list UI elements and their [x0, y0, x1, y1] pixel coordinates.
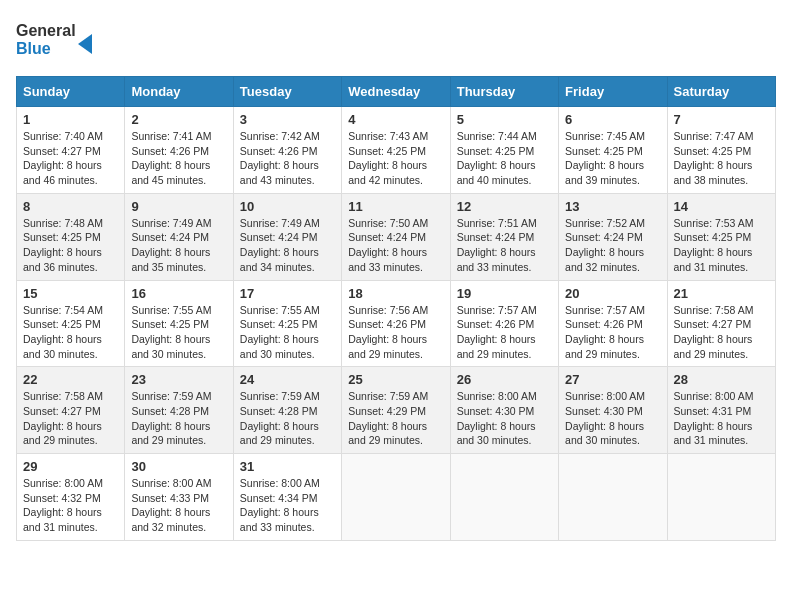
- day-info: Sunrise: 7:49 AM Sunset: 4:24 PM Dayligh…: [240, 216, 335, 275]
- day-number: 5: [457, 112, 552, 127]
- day-info: Sunrise: 7:55 AM Sunset: 4:25 PM Dayligh…: [240, 303, 335, 362]
- day-info: Sunrise: 7:57 AM Sunset: 4:26 PM Dayligh…: [565, 303, 660, 362]
- day-cell: 22 Sunrise: 7:58 AM Sunset: 4:27 PM Dayl…: [17, 367, 125, 454]
- day-header-sunday: Sunday: [17, 77, 125, 107]
- week-row-4: 22 Sunrise: 7:58 AM Sunset: 4:27 PM Dayl…: [17, 367, 776, 454]
- day-number: 11: [348, 199, 443, 214]
- day-number: 29: [23, 459, 118, 474]
- day-number: 7: [674, 112, 769, 127]
- day-info: Sunrise: 7:56 AM Sunset: 4:26 PM Dayligh…: [348, 303, 443, 362]
- day-cell: 5 Sunrise: 7:44 AM Sunset: 4:25 PM Dayli…: [450, 107, 558, 194]
- day-number: 19: [457, 286, 552, 301]
- day-number: 30: [131, 459, 226, 474]
- day-info: Sunrise: 7:41 AM Sunset: 4:26 PM Dayligh…: [131, 129, 226, 188]
- day-number: 8: [23, 199, 118, 214]
- header: General Blue: [16, 16, 776, 64]
- svg-text:Blue: Blue: [16, 40, 51, 57]
- svg-text:General: General: [16, 22, 76, 39]
- day-number: 13: [565, 199, 660, 214]
- week-row-2: 8 Sunrise: 7:48 AM Sunset: 4:25 PM Dayli…: [17, 193, 776, 280]
- day-info: Sunrise: 7:40 AM Sunset: 4:27 PM Dayligh…: [23, 129, 118, 188]
- svg-marker-2: [78, 34, 92, 54]
- day-cell: 13 Sunrise: 7:52 AM Sunset: 4:24 PM Dayl…: [559, 193, 667, 280]
- week-row-1: 1 Sunrise: 7:40 AM Sunset: 4:27 PM Dayli…: [17, 107, 776, 194]
- day-info: Sunrise: 7:44 AM Sunset: 4:25 PM Dayligh…: [457, 129, 552, 188]
- day-info: Sunrise: 7:58 AM Sunset: 4:27 PM Dayligh…: [674, 303, 769, 362]
- day-info: Sunrise: 7:59 AM Sunset: 4:29 PM Dayligh…: [348, 389, 443, 448]
- day-number: 23: [131, 372, 226, 387]
- week-row-5: 29 Sunrise: 8:00 AM Sunset: 4:32 PM Dayl…: [17, 454, 776, 541]
- day-info: Sunrise: 8:00 AM Sunset: 4:31 PM Dayligh…: [674, 389, 769, 448]
- week-row-3: 15 Sunrise: 7:54 AM Sunset: 4:25 PM Dayl…: [17, 280, 776, 367]
- day-cell: 11 Sunrise: 7:50 AM Sunset: 4:24 PM Dayl…: [342, 193, 450, 280]
- day-number: 22: [23, 372, 118, 387]
- day-header-saturday: Saturday: [667, 77, 775, 107]
- logo: General Blue: [16, 16, 96, 64]
- day-info: Sunrise: 7:43 AM Sunset: 4:25 PM Dayligh…: [348, 129, 443, 188]
- day-number: 16: [131, 286, 226, 301]
- day-number: 21: [674, 286, 769, 301]
- day-info: Sunrise: 8:00 AM Sunset: 4:32 PM Dayligh…: [23, 476, 118, 535]
- day-number: 17: [240, 286, 335, 301]
- day-info: Sunrise: 7:54 AM Sunset: 4:25 PM Dayligh…: [23, 303, 118, 362]
- day-number: 18: [348, 286, 443, 301]
- day-number: 26: [457, 372, 552, 387]
- day-cell: 10 Sunrise: 7:49 AM Sunset: 4:24 PM Dayl…: [233, 193, 341, 280]
- day-number: 20: [565, 286, 660, 301]
- day-cell: 17 Sunrise: 7:55 AM Sunset: 4:25 PM Dayl…: [233, 280, 341, 367]
- day-header-thursday: Thursday: [450, 77, 558, 107]
- day-info: Sunrise: 7:57 AM Sunset: 4:26 PM Dayligh…: [457, 303, 552, 362]
- day-cell: 16 Sunrise: 7:55 AM Sunset: 4:25 PM Dayl…: [125, 280, 233, 367]
- day-number: 3: [240, 112, 335, 127]
- day-info: Sunrise: 7:51 AM Sunset: 4:24 PM Dayligh…: [457, 216, 552, 275]
- day-info: Sunrise: 7:48 AM Sunset: 4:25 PM Dayligh…: [23, 216, 118, 275]
- day-number: 25: [348, 372, 443, 387]
- day-info: Sunrise: 8:00 AM Sunset: 4:34 PM Dayligh…: [240, 476, 335, 535]
- day-number: 24: [240, 372, 335, 387]
- day-number: 10: [240, 199, 335, 214]
- day-info: Sunrise: 7:55 AM Sunset: 4:25 PM Dayligh…: [131, 303, 226, 362]
- day-cell: [342, 454, 450, 541]
- day-number: 4: [348, 112, 443, 127]
- day-cell: 2 Sunrise: 7:41 AM Sunset: 4:26 PM Dayli…: [125, 107, 233, 194]
- day-cell: [450, 454, 558, 541]
- day-cell: 15 Sunrise: 7:54 AM Sunset: 4:25 PM Dayl…: [17, 280, 125, 367]
- day-cell: 12 Sunrise: 7:51 AM Sunset: 4:24 PM Dayl…: [450, 193, 558, 280]
- day-cell: 1 Sunrise: 7:40 AM Sunset: 4:27 PM Dayli…: [17, 107, 125, 194]
- day-number: 27: [565, 372, 660, 387]
- day-cell: 4 Sunrise: 7:43 AM Sunset: 4:25 PM Dayli…: [342, 107, 450, 194]
- day-number: 15: [23, 286, 118, 301]
- day-info: Sunrise: 7:59 AM Sunset: 4:28 PM Dayligh…: [240, 389, 335, 448]
- day-info: Sunrise: 7:52 AM Sunset: 4:24 PM Dayligh…: [565, 216, 660, 275]
- day-info: Sunrise: 7:58 AM Sunset: 4:27 PM Dayligh…: [23, 389, 118, 448]
- day-number: 12: [457, 199, 552, 214]
- day-header-tuesday: Tuesday: [233, 77, 341, 107]
- day-cell: 31 Sunrise: 8:00 AM Sunset: 4:34 PM Dayl…: [233, 454, 341, 541]
- day-cell: 25 Sunrise: 7:59 AM Sunset: 4:29 PM Dayl…: [342, 367, 450, 454]
- day-number: 28: [674, 372, 769, 387]
- day-number: 9: [131, 199, 226, 214]
- day-cell: 23 Sunrise: 7:59 AM Sunset: 4:28 PM Dayl…: [125, 367, 233, 454]
- calendar-table: SundayMondayTuesdayWednesdayThursdayFrid…: [16, 76, 776, 541]
- day-cell: 20 Sunrise: 7:57 AM Sunset: 4:26 PM Dayl…: [559, 280, 667, 367]
- day-info: Sunrise: 7:50 AM Sunset: 4:24 PM Dayligh…: [348, 216, 443, 275]
- logo-text: General Blue: [16, 16, 96, 64]
- day-info: Sunrise: 8:00 AM Sunset: 4:30 PM Dayligh…: [565, 389, 660, 448]
- header-row: SundayMondayTuesdayWednesdayThursdayFrid…: [17, 77, 776, 107]
- day-info: Sunrise: 7:53 AM Sunset: 4:25 PM Dayligh…: [674, 216, 769, 275]
- day-number: 14: [674, 199, 769, 214]
- day-cell: 6 Sunrise: 7:45 AM Sunset: 4:25 PM Dayli…: [559, 107, 667, 194]
- day-cell: [559, 454, 667, 541]
- day-number: 1: [23, 112, 118, 127]
- day-info: Sunrise: 7:59 AM Sunset: 4:28 PM Dayligh…: [131, 389, 226, 448]
- day-info: Sunrise: 7:45 AM Sunset: 4:25 PM Dayligh…: [565, 129, 660, 188]
- day-info: Sunrise: 7:49 AM Sunset: 4:24 PM Dayligh…: [131, 216, 226, 275]
- day-info: Sunrise: 8:00 AM Sunset: 4:33 PM Dayligh…: [131, 476, 226, 535]
- day-number: 2: [131, 112, 226, 127]
- day-info: Sunrise: 8:00 AM Sunset: 4:30 PM Dayligh…: [457, 389, 552, 448]
- day-cell: 9 Sunrise: 7:49 AM Sunset: 4:24 PM Dayli…: [125, 193, 233, 280]
- day-cell: 26 Sunrise: 8:00 AM Sunset: 4:30 PM Dayl…: [450, 367, 558, 454]
- day-number: 31: [240, 459, 335, 474]
- day-header-monday: Monday: [125, 77, 233, 107]
- day-cell: 8 Sunrise: 7:48 AM Sunset: 4:25 PM Dayli…: [17, 193, 125, 280]
